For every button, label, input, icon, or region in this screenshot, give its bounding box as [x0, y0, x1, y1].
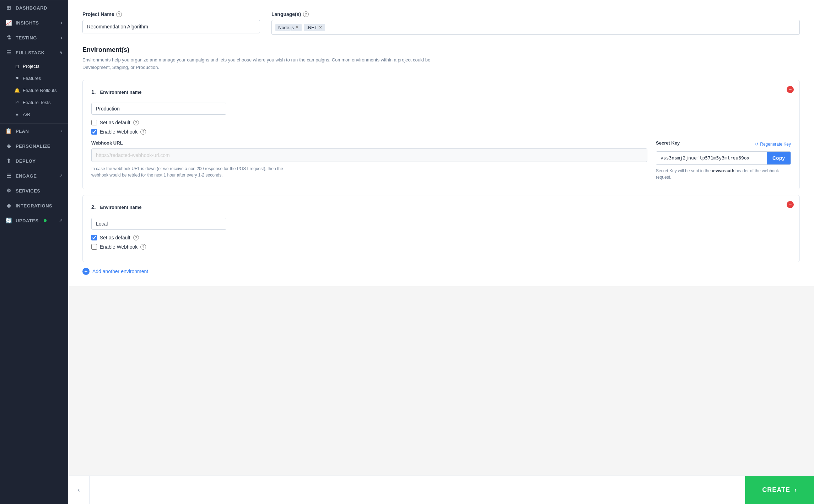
main-content: Project Name ? Language(s) ? Node.js ✕ — [68, 0, 814, 504]
webhook-url-group-1: Webhook URL In case the webhook URL is d… — [91, 140, 647, 180]
webhook-section-1: Webhook URL In case the webhook URL is d… — [91, 140, 791, 180]
sidebar-sub-label: Feature Tests — [23, 100, 51, 105]
enable-webhook-row-1: Enable Webhook ? — [91, 129, 791, 135]
sidebar-item-engage[interactable]: ☰ ENGAGE ↗ — [0, 168, 68, 183]
add-environment-button[interactable]: + Add another environment — [82, 268, 148, 275]
sidebar-item-feature-tests[interactable]: ⚐ Feature Tests — [0, 96, 68, 108]
add-env-icon: + — [82, 268, 90, 275]
insights-icon: 📈 — [6, 20, 12, 26]
features-icon: ⚑ — [14, 75, 20, 81]
feature-rollouts-icon: 🔔 — [14, 87, 20, 93]
set-default-help-icon-1[interactable]: ? — [133, 120, 139, 125]
sidebar-item-feature-rollouts[interactable]: 🔔 Feature Rollouts — [0, 84, 68, 96]
remove-environment-1-button[interactable]: − — [787, 86, 794, 93]
sidebar-item-services[interactable]: ⚙ SERVICES — [0, 183, 68, 198]
remove-nodejs-button[interactable]: ✕ — [295, 25, 299, 29]
language-tag-dotnet: .NET ✕ — [304, 24, 325, 31]
chevron-right-icon: › — [61, 129, 63, 133]
content-area: Project Name ? Language(s) ? Node.js ✕ — [68, 0, 814, 286]
webhook-url-label-1: Webhook URL — [91, 140, 647, 146]
enable-webhook-label-1: Enable Webhook — [100, 129, 138, 135]
project-name-input[interactable] — [82, 20, 260, 33]
dashboard-icon: ⊞ — [6, 5, 12, 11]
copy-secret-button-1[interactable]: Copy — [767, 152, 791, 164]
sidebar-item-updates[interactable]: 🔄 UPDATES ↗ — [0, 213, 68, 228]
environment-card-1: − 1. Environment name Set as default ? E… — [82, 80, 800, 189]
services-icon: ⚙ — [6, 188, 12, 194]
sidebar-item-label: PERSONALIZE — [16, 143, 50, 149]
deploy-icon: ⬆ — [6, 158, 12, 164]
env-name-label-1: Environment name — [100, 90, 142, 95]
secret-key-value-1[interactable] — [656, 152, 767, 164]
create-arrow-icon: › — [794, 486, 797, 494]
sidebar-item-label: DEPLOY — [16, 158, 36, 164]
sidebar-item-insights[interactable]: 📈 INSIGHTS › — [0, 15, 68, 30]
sidebar-item-label: SERVICES — [16, 188, 41, 194]
set-default-checkbox-2[interactable] — [91, 235, 97, 240]
plan-icon: 📋 — [6, 128, 12, 134]
set-default-label-2: Set as default — [100, 235, 130, 240]
enable-webhook-checkbox-2[interactable] — [91, 244, 97, 250]
sidebar-item-label: ENGAGE — [16, 173, 37, 179]
fullstack-submenu: ◻ Projects ⚑ Features 🔔 Feature Rollouts… — [0, 60, 68, 120]
create-button[interactable]: CREATE › — [745, 476, 814, 504]
languages-input[interactable]: Node.js ✕ .NET ✕ — [271, 20, 800, 35]
enable-webhook-checkbox-1[interactable] — [91, 129, 97, 135]
ab-icon: ≡ — [14, 112, 20, 117]
sidebar-item-testing[interactable]: ⚗ TESTING › — [0, 30, 68, 45]
enable-webhook-help-icon-1[interactable]: ? — [140, 129, 146, 135]
sidebar-item-projects[interactable]: ◻ Projects — [0, 60, 68, 72]
languages-label: Language(s) ? — [271, 11, 800, 17]
set-default-checkbox-1[interactable] — [91, 120, 97, 125]
sidebar-item-deploy[interactable]: ⬆ DEPLOY — [0, 153, 68, 168]
chevron-right-icon: › — [61, 36, 63, 40]
fullstack-icon: ☰ — [6, 49, 12, 56]
sidebar-item-personalize[interactable]: ◈ PERSONALIZE — [0, 139, 68, 153]
regenerate-key-button-1[interactable]: ↺ Regenerate Key — [755, 142, 791, 147]
sidebar-sub-label: Feature Rollouts — [23, 88, 56, 93]
sidebar-item-label: FULLSTACK — [16, 50, 45, 55]
environment-card-2: − 2. Environment name Set as default ? E… — [82, 195, 800, 262]
sidebar-item-dashboard[interactable]: ⊞ DASHBOARD — [0, 0, 68, 15]
env-name-input-2[interactable] — [91, 218, 226, 230]
engage-icon: ☰ — [6, 173, 12, 179]
enable-webhook-label-2: Enable Webhook — [100, 244, 138, 250]
set-default-row-1: Set as default ? — [91, 120, 791, 125]
project-name-help-icon[interactable]: ? — [116, 11, 122, 17]
sidebar-item-features[interactable]: ⚑ Features — [0, 72, 68, 84]
env-number-2: 2. — [91, 204, 96, 210]
secret-header-1: Secret Key ↺ Regenerate Key — [656, 140, 791, 148]
sidebar-item-ab[interactable]: ≡ A/B — [0, 108, 68, 120]
enable-webhook-help-icon-2[interactable]: ? — [140, 244, 146, 250]
external-link-icon: ↗ — [59, 218, 63, 223]
languages-help-icon[interactable]: ? — [303, 11, 309, 17]
webhook-secret-group-1: Secret Key ↺ Regenerate Key Copy — [656, 140, 791, 180]
env-number-1: 1. — [91, 89, 96, 95]
testing-icon: ⚗ — [6, 34, 12, 41]
env-name-label-2: Environment name — [100, 205, 142, 210]
remove-dotnet-button[interactable]: ✕ — [319, 25, 322, 29]
sidebar-item-fullstack[interactable]: ☰ FULLSTACK ∨ — [0, 45, 68, 60]
sidebar-item-label: PLAN — [16, 129, 29, 134]
regenerate-icon: ↺ — [755, 142, 759, 147]
project-form-row: Project Name ? Language(s) ? Node.js ✕ — [82, 11, 800, 35]
sidebar-item-plan[interactable]: 📋 PLAN › — [0, 124, 68, 139]
external-link-icon: ↗ — [59, 173, 63, 178]
env-name-input-1[interactable] — [91, 103, 226, 115]
sidebar-item-integrations[interactable]: ◈ INTEGRATIONS — [0, 198, 68, 213]
integrations-icon: ◈ — [6, 202, 12, 209]
sidebar-item-label: INTEGRATIONS — [16, 203, 52, 208]
set-default-label-1: Set as default — [100, 120, 130, 125]
sidebar-sub-label: Projects — [23, 64, 39, 69]
set-default-row-2: Set as default ? — [91, 235, 791, 240]
footer: ‹ CREATE › — [68, 476, 814, 504]
environments-title: Environment(s) — [82, 46, 800, 54]
set-default-help-icon-2[interactable]: ? — [133, 235, 139, 240]
back-button[interactable]: ‹ — [68, 476, 90, 504]
remove-environment-2-button[interactable]: − — [787, 201, 794, 208]
feature-tests-icon: ⚐ — [14, 99, 20, 105]
updates-badge — [44, 219, 47, 222]
project-name-label: Project Name ? — [82, 11, 260, 17]
enable-webhook-row-2: Enable Webhook ? — [91, 244, 791, 250]
webhook-url-input-1[interactable] — [91, 148, 647, 162]
